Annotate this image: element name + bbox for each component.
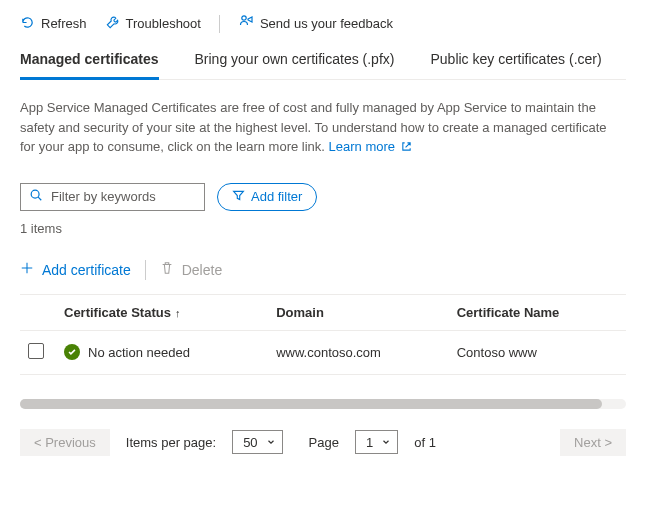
filter-icon: [232, 189, 245, 205]
delete-button: Delete: [160, 261, 222, 278]
action-separator: [145, 260, 146, 280]
trash-icon: [160, 261, 174, 278]
troubleshoot-button[interactable]: Troubleshoot: [105, 15, 201, 33]
col-name[interactable]: Certificate Name: [449, 294, 626, 330]
svg-point-0: [242, 16, 246, 20]
delete-label: Delete: [182, 262, 222, 278]
add-certificate-button[interactable]: Add certificate: [20, 261, 131, 278]
domain-cell: www.contoso.com: [268, 330, 449, 374]
feedback-label: Send us your feedback: [260, 16, 393, 31]
next-page-button[interactable]: Next >: [560, 429, 626, 456]
tab-public-key[interactable]: Public key certificates (.cer): [430, 45, 601, 79]
description-body: App Service Managed Certificates are fre…: [20, 100, 607, 154]
item-count: 1 items: [20, 221, 626, 236]
chevron-down-icon: [381, 435, 391, 450]
of-label: of 1: [414, 435, 436, 450]
name-cell: Contoso www: [449, 330, 626, 374]
status-ok-icon: [64, 344, 80, 360]
page-select[interactable]: 1: [355, 430, 398, 454]
items-per-page-label: Items per page:: [126, 435, 216, 450]
scroll-thumb[interactable]: [20, 399, 602, 409]
refresh-icon: [20, 15, 35, 33]
add-filter-label: Add filter: [251, 189, 302, 204]
col-status[interactable]: Certificate Status↑: [56, 294, 268, 330]
page-label: Page: [309, 435, 339, 450]
tab-managed-certificates[interactable]: Managed certificates: [20, 45, 159, 80]
feedback-icon: [238, 14, 254, 33]
horizontal-scrollbar[interactable]: [20, 399, 626, 409]
certificates-table: Certificate Status↑ Domain Certificate N…: [20, 294, 626, 375]
plus-icon: [20, 261, 34, 278]
external-link-icon: [399, 139, 412, 154]
feedback-button[interactable]: Send us your feedback: [238, 14, 393, 33]
svg-point-1: [31, 190, 39, 198]
sort-ascending-icon: ↑: [175, 307, 181, 319]
row-checkbox[interactable]: [28, 343, 44, 359]
items-per-page-select[interactable]: 50: [232, 430, 282, 454]
tabs: Managed certificates Bring your own cert…: [20, 45, 626, 80]
add-certificate-label: Add certificate: [42, 262, 131, 278]
col-domain[interactable]: Domain: [268, 294, 449, 330]
refresh-label: Refresh: [41, 16, 87, 31]
previous-page-button[interactable]: < Previous: [20, 429, 110, 456]
wrench-icon: [105, 15, 120, 33]
refresh-button[interactable]: Refresh: [20, 15, 87, 33]
filter-keywords-field[interactable]: [49, 188, 221, 205]
add-filter-button[interactable]: Add filter: [217, 183, 317, 211]
table-row[interactable]: No action needed www.contoso.com Contoso…: [20, 330, 626, 374]
toolbar-separator: [219, 15, 220, 33]
filter-keywords-input[interactable]: [20, 183, 205, 211]
status-text: No action needed: [88, 345, 190, 360]
search-icon: [29, 188, 43, 205]
description-text: App Service Managed Certificates are fre…: [20, 98, 620, 157]
tab-bring-your-own[interactable]: Bring your own certificates (.pfx): [195, 45, 395, 79]
chevron-down-icon: [266, 435, 276, 450]
learn-more-link[interactable]: Learn more: [329, 139, 412, 154]
troubleshoot-label: Troubleshoot: [126, 16, 201, 31]
